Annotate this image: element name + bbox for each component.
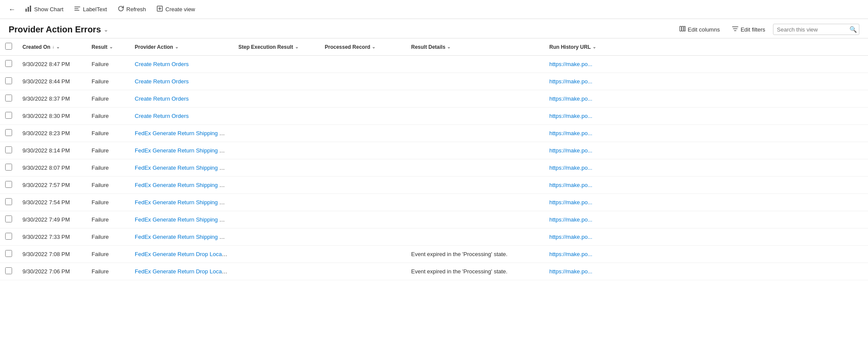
cell-result-details: Event expired in the 'Processing' state. <box>406 263 544 280</box>
table-row: 9/30/2022 7:54 PMFailureFedEx Generate R… <box>0 194 868 211</box>
provider-action-link[interactable]: FedEx Generate Return Shipping La... <box>135 182 230 188</box>
row-select-checkbox[interactable] <box>5 250 12 257</box>
col-header-run-history-url[interactable]: Run History URL ⌄ <box>544 38 868 56</box>
cell-provider-action[interactable]: FedEx Generate Return Drop Locati... <box>130 263 233 280</box>
row-select-checkbox[interactable] <box>5 164 12 171</box>
cell-provider-action[interactable]: FedEx Generate Return Shipping La... <box>130 159 233 177</box>
provider-action-link[interactable]: Create Return Orders <box>135 78 189 85</box>
col-header-result-details[interactable]: Result Details ⌄ <box>406 38 544 56</box>
provider-action-link[interactable]: FedEx Generate Return Shipping La... <box>135 199 230 206</box>
run-history-url-link[interactable]: https://make.po... <box>549 165 592 171</box>
run-history-url-link[interactable]: https://make.po... <box>549 78 592 85</box>
cell-provider-action[interactable]: FedEx Generate Return Shipping La... <box>130 142 233 159</box>
cell-run-history-url[interactable]: https://make.po... <box>544 73 868 90</box>
provider-action-link[interactable]: FedEx Generate Return Drop Locati... <box>135 251 229 257</box>
select-all-header[interactable] <box>0 38 17 56</box>
cell-provider-action[interactable]: Create Return Orders <box>130 56 233 73</box>
cell-provider-action[interactable]: FedEx Generate Return Shipping La... <box>130 125 233 142</box>
row-select-checkbox[interactable] <box>5 267 12 274</box>
cell-step-execution-result <box>233 211 320 228</box>
cell-provider-action[interactable]: FedEx Generate Return Shipping La... <box>130 211 233 228</box>
cell-run-history-url[interactable]: https://make.po... <box>544 263 868 280</box>
edit-filters-button[interactable]: Edit filters <box>728 23 770 35</box>
cell-run-history-url[interactable]: https://make.po... <box>544 177 868 194</box>
run-history-url-link[interactable]: https://make.po... <box>549 268 592 275</box>
row-select-checkbox[interactable] <box>5 233 12 240</box>
show-chart-button[interactable]: Show Chart <box>21 3 68 16</box>
col-header-step-execution[interactable]: Step Execution Result ⌄ <box>233 38 320 56</box>
row-select-checkbox[interactable] <box>5 181 12 188</box>
col-header-result[interactable]: Result ⌄ <box>86 38 130 56</box>
search-input[interactable] <box>777 26 849 33</box>
table-row: 9/30/2022 8:23 PMFailureFedEx Generate R… <box>0 125 868 142</box>
back-button[interactable]: ← <box>5 3 19 16</box>
row-select-checkbox[interactable] <box>5 60 12 67</box>
select-all-checkbox[interactable] <box>5 43 12 50</box>
provider-action-label: Provider Action <box>135 44 173 50</box>
cell-step-execution-result <box>233 125 320 142</box>
col-header-created-on[interactable]: Created On ↓ ⌄ <box>17 38 86 56</box>
cell-provider-action[interactable]: FedEx Generate Return Shipping La... <box>130 228 233 246</box>
run-history-url-link[interactable]: https://make.po... <box>549 182 592 188</box>
provider-action-link[interactable]: FedEx Generate Return Drop Locati... <box>135 268 229 275</box>
cell-run-history-url[interactable]: https://make.po... <box>544 228 868 246</box>
run-history-url-link[interactable]: https://make.po... <box>549 251 592 257</box>
cell-provider-action[interactable]: FedEx Generate Return Shipping La... <box>130 177 233 194</box>
table-container: Created On ↓ ⌄ Result ⌄ Provider Action … <box>0 38 868 280</box>
row-checkbox-cell <box>0 90 17 108</box>
run-history-url-link[interactable]: https://make.po... <box>549 130 592 136</box>
cell-run-history-url[interactable]: https://make.po... <box>544 194 868 211</box>
refresh-button[interactable]: Refresh <box>113 3 151 16</box>
search-icon[interactable]: 🔍 <box>849 26 857 33</box>
cell-provider-action[interactable]: Create Return Orders <box>130 90 233 108</box>
svg-rect-5 <box>682 26 684 31</box>
cell-result: Failure <box>86 90 130 108</box>
run-history-url-link[interactable]: https://make.po... <box>549 199 592 206</box>
cell-run-history-url[interactable]: https://make.po... <box>544 108 868 125</box>
cell-provider-action[interactable]: Create Return Orders <box>130 73 233 90</box>
row-select-checkbox[interactable] <box>5 146 12 153</box>
run-history-url-link[interactable]: https://make.po... <box>549 113 592 119</box>
provider-action-link[interactable]: Create Return Orders <box>135 113 189 119</box>
provider-action-link[interactable]: FedEx Generate Return Shipping La... <box>135 130 230 136</box>
run-history-url-link[interactable]: https://make.po... <box>549 216 592 223</box>
processed-record-label: Processed Record <box>325 44 370 50</box>
provider-action-link[interactable]: FedEx Generate Return Shipping La... <box>135 165 230 171</box>
cell-run-history-url[interactable]: https://make.po... <box>544 90 868 108</box>
cell-provider-action[interactable]: Create Return Orders <box>130 108 233 125</box>
row-select-checkbox[interactable] <box>5 95 12 101</box>
run-history-url-link[interactable]: https://make.po... <box>549 61 592 67</box>
edit-columns-button[interactable]: Edit columns <box>675 23 724 35</box>
run-history-url-link[interactable]: https://make.po... <box>549 234 592 240</box>
cell-run-history-url[interactable]: https://make.po... <box>544 246 868 263</box>
cell-provider-action[interactable]: FedEx Generate Return Drop Locati... <box>130 246 233 263</box>
cell-run-history-url[interactable]: https://make.po... <box>544 56 868 73</box>
row-select-checkbox[interactable] <box>5 77 12 84</box>
col-header-processed-record[interactable]: Processed Record ⌄ <box>320 38 406 56</box>
cell-run-history-url[interactable]: https://make.po... <box>544 125 868 142</box>
provider-action-link[interactable]: FedEx Generate Return Shipping La... <box>135 147 230 154</box>
cell-processed-record <box>320 125 406 142</box>
row-select-checkbox[interactable] <box>5 112 12 119</box>
provider-action-link[interactable]: FedEx Generate Return Shipping La... <box>135 216 230 223</box>
cell-step-execution-result <box>233 194 320 211</box>
cell-run-history-url[interactable]: https://make.po... <box>544 211 868 228</box>
run-history-url-link[interactable]: https://make.po... <box>549 147 592 154</box>
row-select-checkbox[interactable] <box>5 129 12 136</box>
provider-action-link[interactable]: Create Return Orders <box>135 95 189 102</box>
cell-provider-action[interactable]: FedEx Generate Return Shipping La... <box>130 194 233 211</box>
table-row: 9/30/2022 7:57 PMFailureFedEx Generate R… <box>0 177 868 194</box>
cell-run-history-url[interactable]: https://make.po... <box>544 159 868 177</box>
run-history-url-link[interactable]: https://make.po... <box>549 95 592 102</box>
row-select-checkbox[interactable] <box>5 198 12 205</box>
create-view-button[interactable]: Create view <box>152 3 200 16</box>
col-header-provider-action[interactable]: Provider Action ⌄ <box>130 38 233 56</box>
provider-action-link[interactable]: Create Return Orders <box>135 61 189 67</box>
view-title-wrap: Provider Action Errors ⌄ <box>9 25 108 35</box>
provider-action-link[interactable]: FedEx Generate Return Shipping La... <box>135 234 230 240</box>
cell-created-on: 9/30/2022 7:06 PM <box>17 263 86 280</box>
label-text-button[interactable]: LabelText <box>70 3 111 16</box>
cell-run-history-url[interactable]: https://make.po... <box>544 142 868 159</box>
row-select-checkbox[interactable] <box>5 215 12 222</box>
chevron-down-icon[interactable]: ⌄ <box>104 26 108 33</box>
